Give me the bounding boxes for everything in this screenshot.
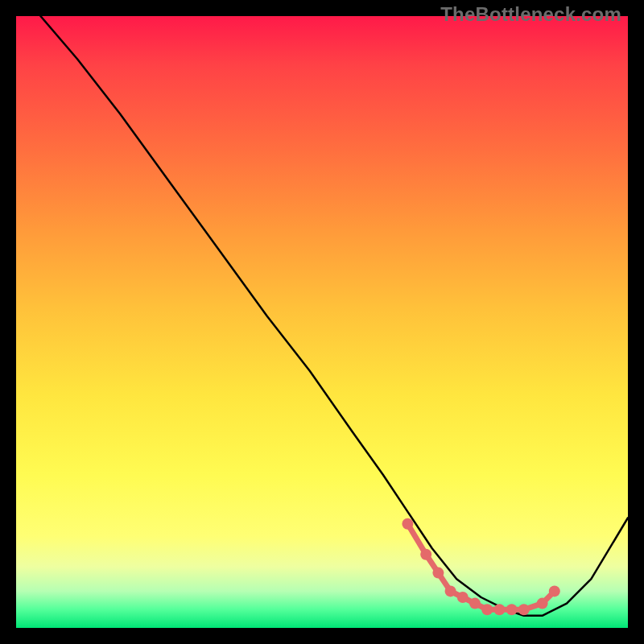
highlight-dot [549,585,560,597]
highlight-dot [445,585,456,597]
highlight-dot [420,549,431,560]
highlight-dot [481,604,493,615]
highlight-dot-group [402,518,559,615]
watermark-label: TheBottleneck.com [440,3,621,26]
highlight-dot [469,598,481,609]
highlight-dot [518,604,530,615]
highlight-dot [506,604,518,615]
highlight-dot [493,604,505,615]
chart-container [16,16,628,628]
chart-svg [16,16,628,628]
highlight-dot [537,598,548,609]
bottleneck-curve-path [40,16,628,616]
highlight-dot [432,568,444,579]
highlight-dot [457,592,469,603]
highlight-dot [402,518,413,530]
